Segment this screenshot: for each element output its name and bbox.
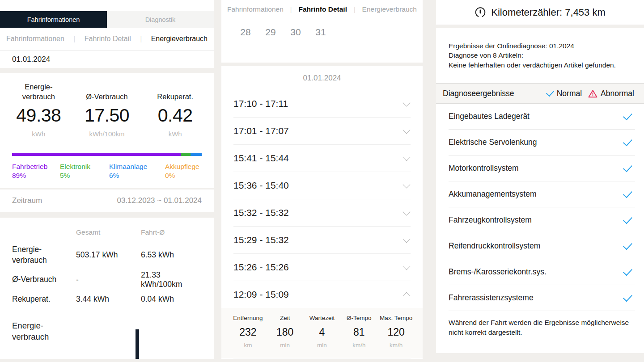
odometer-title: Kilometerzähler: 7,453 km: [491, 7, 606, 18]
legend-klimaanlage: Klimaanlage 6%: [109, 162, 165, 181]
calendar-day-29[interactable]: 29: [258, 27, 283, 38]
diagnosis-item: Elektrische Servolenkung: [449, 130, 635, 156]
results-header-title: Diagnoseergebnisse: [443, 89, 514, 98]
diagnosis-item: Fahrerassistenzsysteme: [449, 285, 635, 311]
energy-chart-bar: [136, 329, 139, 359]
legend-abnormal-label: Abnormal: [601, 89, 634, 98]
trip-details: Entfernung 232 km Zeit 180 min Wartezeit…: [221, 308, 423, 358]
bar-segment-elektronik: [181, 153, 190, 156]
separator: |: [354, 6, 356, 13]
diagnosis-item: Brems-/Karosseriekontr.sys.: [449, 259, 635, 285]
mid-tab-bar: Fahrinformationen | Fahrinfo Detail | En…: [221, 0, 423, 19]
trip-row-expanded[interactable]: 12:09 - 15:09: [221, 281, 423, 308]
check-icon: [623, 137, 632, 146]
subtab-energieverbrauch[interactable]: Energieverbrauch: [362, 5, 417, 13]
legend-normal-label: Normal: [557, 89, 582, 98]
diagnostics-panel: Kilometerzähler: 7,453 km Ergebnisse der…: [436, 0, 644, 353]
subtab-fahrinfo-detail[interactable]: Fahrinfo Detail: [85, 35, 131, 43]
diagnosis-item: Eingebautes Ladegerät: [449, 104, 635, 130]
trip-list-card: 01.01.2024 17:10 - 17:11 17:01 - 17:07 1…: [221, 66, 423, 359]
stat-unit: kWh/100km: [73, 130, 141, 138]
trip-row[interactable]: 15:41 - 15:44: [221, 145, 423, 172]
subtab-fahrinfo-detail[interactable]: Fahrinfo Detail: [298, 5, 347, 13]
stat-value: 17.50: [73, 105, 141, 126]
detail-zeit: Zeit 180 min: [267, 315, 304, 349]
energy-chart-heading: Energie- verbrauch: [12, 320, 202, 343]
trip-time: 15:32 - 15:32: [233, 207, 289, 218]
check-icon: [623, 292, 632, 302]
tab-fahrinformationen[interactable]: Fahrinformationen: [0, 11, 107, 28]
trip-row[interactable]: 15:26 - 15:26: [221, 254, 423, 281]
stat-label: Energie- verbrauch: [4, 82, 73, 101]
subtab-fahrinformationen[interactable]: Fahrinformationen: [227, 5, 284, 13]
warning-triangle-icon: [588, 89, 597, 98]
check-icon: [623, 215, 632, 224]
trip-detail-panel: Fahrinformationen | Fahrinfo Detail | En…: [221, 0, 423, 359]
subtab-energieverbrauch[interactable]: Energieverbrauch: [151, 35, 208, 43]
row-label: Ø-Verbrauch: [12, 274, 76, 285]
sub-tab-bar: Fahrinformationen | Fahrinfo Detail | En…: [0, 28, 214, 51]
trip-time: 15:29 - 15:32: [233, 235, 289, 245]
zeitraum-row: Zeitraum 03.12.2023 ~ 01.01.2024: [0, 189, 214, 212]
stat-energieverbrauch: Energie- verbrauch 49.38 kWh: [4, 82, 73, 138]
stat-label: Ø-Verbrauch: [73, 82, 141, 101]
trip-row[interactable]: 15:29 - 15:32: [221, 227, 423, 253]
trip-list-date: 01.01.2024: [221, 66, 423, 83]
check-icon: [623, 189, 632, 198]
top-strip: [0, 0, 214, 11]
chevron-down-icon: [403, 208, 411, 215]
check-icon: [546, 88, 554, 97]
trip-row[interactable]: 17:01 - 17:07: [221, 118, 423, 144]
chevron-down-icon: [403, 181, 411, 188]
calendar-day-31[interactable]: 31: [308, 27, 333, 38]
trip-time: 15:36 - 15:40: [233, 180, 289, 191]
left-header: Fahrinformationen Diagnostik Fahrinforma…: [0, 0, 214, 68]
diagnosis-item: Akkumanagementsystem: [449, 181, 635, 207]
stat-value: 0.42: [141, 105, 209, 126]
trip-time: 17:01 - 17:07: [233, 126, 289, 136]
stat-durchschnittsverbrauch: Ø-Verbrauch 17.50 kWh/100km: [73, 82, 141, 138]
column-header-gesamt: Gesamt: [76, 228, 141, 240]
stat-label: Rekuperat.: [141, 82, 209, 101]
results-header-row: Diagnoseergebnisse Normal Abnormal: [436, 83, 644, 104]
legend-akkupflege: Akkupflege 0%: [165, 162, 199, 181]
diagnosis-item: Reifendruckkontrollsystem: [449, 233, 635, 259]
calendar-day-28[interactable]: 28: [233, 27, 258, 38]
trip-time: 17:10 - 17:11: [233, 98, 288, 109]
trip-time: 15:41 - 15:44: [233, 153, 289, 164]
tab-diagnostik[interactable]: Diagnostik: [107, 11, 214, 28]
divider: [233, 358, 411, 358]
detail-max-tempo: Max. Tempo 120 km/h: [377, 315, 415, 349]
summary-line: Keine fehlerhaften oder verdächtigen Art…: [449, 60, 631, 70]
trip-row[interactable]: 17:10 - 17:11: [221, 90, 423, 117]
chevron-down-icon: [403, 235, 411, 243]
bar-segment-klimaanlage: [191, 153, 202, 156]
stat-rekuperation: Rekuperat. 0.42 kWh: [141, 82, 209, 138]
summary-line: Ergebnisse der Onlinediagnose: 01.2024: [449, 41, 631, 51]
diagnosis-item: Fahrzeugkontrollsystem: [449, 207, 635, 233]
cell-fahrt: 6.53 kWh: [141, 250, 202, 260]
trip-time: 12:09 - 15:09: [233, 289, 289, 300]
totals-table-card: Gesamt Fahrt-Ø Energie- verbrauch 503.17…: [0, 218, 214, 359]
cell-fahrt: 21.33 kWh/100km: [141, 270, 202, 289]
row-label: Energie- verbrauch: [12, 244, 76, 265]
calendar-day-30[interactable]: 30: [283, 27, 308, 38]
diagnosis-summary: Ergebnisse der Onlinediagnose: 01.2024 D…: [436, 28, 644, 83]
trip-time: 15:26 - 15:26: [233, 262, 289, 273]
chevron-up-icon: [403, 292, 411, 300]
energy-stats-card: Energie- verbrauch 49.38 kWh Ø-Verbrauch…: [0, 73, 214, 188]
mid-header: Fahrinformationen | Fahrinfo Detail | En…: [221, 0, 423, 63]
subtab-fahrinformationen[interactable]: Fahrinformationen: [6, 35, 64, 43]
cell-gesamt: 3.44 kWh: [76, 295, 141, 304]
zeitraum-label: Zeitraum: [12, 196, 42, 205]
cell-gesamt: -: [76, 275, 141, 285]
trip-row[interactable]: 15:32 - 15:32: [221, 199, 423, 226]
trip-row[interactable]: 15:36 - 15:40: [221, 172, 423, 199]
chevron-down-icon: [403, 153, 411, 161]
chevron-down-icon: [403, 262, 411, 270]
check-icon: [623, 266, 632, 276]
separator: |: [290, 6, 292, 13]
row-label: Rekuperat.: [12, 294, 76, 305]
diagnosis-item: Motorkontrollsystem: [449, 156, 635, 181]
detail-entfernung: Entfernung 232 km: [229, 315, 267, 349]
